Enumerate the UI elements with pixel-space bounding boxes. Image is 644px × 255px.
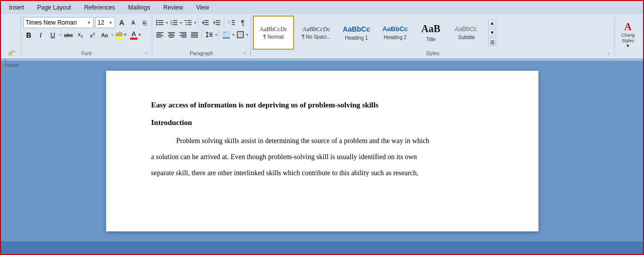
svg-marker-21 <box>202 21 204 25</box>
style-heading2-preview: AaBbCc <box>383 25 408 33</box>
styles-expand-icon[interactable]: ▿ <box>608 51 610 56</box>
subscript-icon: x2 <box>78 31 83 39</box>
style-title-button[interactable]: AaB Title <box>416 16 446 50</box>
align-left-button[interactable] <box>154 29 165 40</box>
paragraph-group-footer: Paragraph ▿ <box>154 49 248 57</box>
superscript-button[interactable]: x2 <box>87 30 98 41</box>
document-page: Easy access of information is not depriv… <box>106 71 538 231</box>
svg-text:3.: 3. <box>170 23 172 26</box>
highlight-button[interactable]: ab ▼ <box>115 30 128 41</box>
ribbon-body: t Painter ▿ Times New Roman ▼ 12 ▼ <box>1 14 643 58</box>
styles-scroll-down-button[interactable]: ▼ <box>488 29 496 37</box>
sort-button[interactable]: ↕ <box>226 17 237 28</box>
para-separator-1 <box>198 18 198 27</box>
styles-group-footer: Styles ▿ <box>253 50 612 57</box>
style-normal-button[interactable]: AaBbCcDc ¶ Normal <box>253 16 294 50</box>
font-grow-button[interactable]: A <box>117 18 127 28</box>
clear-formatting-icon: ⎗ <box>143 19 147 27</box>
bullets-button[interactable] <box>154 17 165 28</box>
para-controls: ▾ 1.2.3. ▾ ▾ <box>154 16 248 40</box>
styles-group-content: AaBbCcDc ¶ Normal AaBbCcDc ¶ No Spaci...… <box>253 16 612 50</box>
multilevel-list-button[interactable] <box>182 17 194 28</box>
change-styles-content: A ChangStyles ▼ <box>617 16 639 51</box>
font-name-dropdown-arrow: ▼ <box>87 21 91 25</box>
font-expand-icon[interactable]: ▿ <box>145 51 148 56</box>
shading-button[interactable] <box>221 29 232 40</box>
align-center-button[interactable] <box>166 29 177 40</box>
shading-icon <box>223 31 230 39</box>
style-title-label: Title <box>426 37 436 42</box>
style-subtitle-preview: AaBbCc. <box>454 26 478 33</box>
decrease-indent-button[interactable] <box>200 17 211 28</box>
style-no-spacing-button[interactable]: AaBbCcDc ¶ No Spaci... <box>296 16 337 50</box>
tab-mailings[interactable]: Mailings <box>122 1 156 14</box>
font-size-dropdown-arrow: ▼ <box>109 21 113 25</box>
clipboard-group-footer: t Painter ▿ <box>5 59 19 67</box>
change-styles-button[interactable]: A ChangStyles ▼ <box>617 19 639 51</box>
paragraph-expand-icon[interactable]: ▿ <box>244 51 246 56</box>
font-color-button[interactable]: A ▼ <box>129 29 143 41</box>
font-grow-icon: A <box>119 19 124 27</box>
subscript-button[interactable]: x2 <box>75 30 86 41</box>
style-heading2-button[interactable]: AaBbCc Heading 2 <box>376 16 414 50</box>
font-shrink-button[interactable]: A <box>128 18 138 28</box>
svg-point-3 <box>156 20 158 22</box>
font-row-1: Times New Roman ▼ 12 ▼ A A <box>23 17 150 28</box>
para-separator-4 <box>219 30 219 39</box>
ribbon-bottom-bar <box>1 58 643 60</box>
show-marks-button[interactable]: ¶ <box>237 17 248 28</box>
tab-page-layout[interactable]: Page Layout <box>31 1 77 14</box>
style-no-spacing-preview: AaBbCcDc <box>302 26 330 32</box>
superscript-icon: x2 <box>90 32 95 39</box>
strikethrough-button[interactable]: abc <box>63 30 74 41</box>
highlight-color-bar <box>116 38 123 40</box>
format-painter-button[interactable] <box>6 47 18 59</box>
document-paragraph-1: Problem solving skills assist in determi… <box>151 135 493 147</box>
borders-button[interactable] <box>235 29 246 40</box>
align-right-button[interactable] <box>177 29 189 40</box>
line-spacing-button[interactable] <box>204 29 215 40</box>
underline-button[interactable]: U <box>47 30 58 41</box>
font-name-selector[interactable]: Times New Roman ▼ <box>23 17 94 28</box>
tab-review[interactable]: Review <box>157 1 189 14</box>
text-case-button[interactable]: Aa <box>99 30 110 41</box>
borders-dropdown-icon: ▾ <box>246 33 248 37</box>
italic-button[interactable]: I <box>35 30 46 41</box>
ribbon: Insert Page Layout References Mailings R… <box>1 1 643 61</box>
italic-icon: I <box>40 31 42 39</box>
multilevel-dropdown-icon: ▾ <box>194 21 196 25</box>
change-styles-group: A ChangStyles ▼ <box>615 16 641 57</box>
bullets-dropdown-icon: ▾ <box>166 21 168 25</box>
document-paragraph-2: a solution can be arrived at. Even thoug… <box>151 151 493 163</box>
styles-scroll-more-button[interactable]: ☰ <box>488 38 496 46</box>
paragraph-group: ▾ 1.2.3. ▾ ▾ <box>152 16 251 57</box>
paragraph-group-label: Paragraph <box>190 51 213 56</box>
tab-insert[interactable]: Insert <box>3 1 30 14</box>
text-case-icon: Aa <box>101 32 108 38</box>
document-introduction-heading: Introduction <box>151 118 493 127</box>
style-heading2-label: Heading 2 <box>384 35 407 40</box>
underline-icon: U <box>50 31 55 39</box>
clipboard-expand-icon[interactable]: ▿ <box>14 60 17 65</box>
font-row-2: B I U ▾ abc x2 x2 Aa ▾ <box>23 29 150 41</box>
highlight-icon: ab <box>116 31 123 38</box>
styles-scroll-up-button[interactable]: ▲ <box>488 19 496 27</box>
tab-references[interactable]: References <box>78 1 121 14</box>
document-paragraph-3: separate skill, there are other interlin… <box>151 167 493 179</box>
numbering-button[interactable]: 1.2.3. <box>168 17 179 28</box>
tab-view[interactable]: View <box>190 1 215 14</box>
font-shrink-icon: A <box>131 20 135 26</box>
bold-button[interactable]: B <box>23 30 34 41</box>
style-heading1-button[interactable]: AaBbCc Heading 1 <box>338 16 375 50</box>
style-subtitle-button[interactable]: AaBbCc. Subtitle <box>447 16 486 50</box>
clear-formatting-button[interactable]: ⎗ <box>140 18 150 28</box>
ribbon-tab-bar: Insert Page Layout References Mailings R… <box>1 1 643 14</box>
increase-indent-button[interactable] <box>211 17 222 28</box>
justify-button[interactable] <box>189 29 200 40</box>
font-size-selector[interactable]: 12 ▼ <box>95 17 115 28</box>
para-separator-2 <box>224 18 224 27</box>
font-group-content: Times New Roman ▼ 12 ▼ A A <box>23 16 150 49</box>
svg-point-5 <box>156 22 158 24</box>
style-no-spacing-label: ¶ No Spaci... <box>302 34 330 40</box>
font-controls: Times New Roman ▼ 12 ▼ A A <box>23 16 150 41</box>
